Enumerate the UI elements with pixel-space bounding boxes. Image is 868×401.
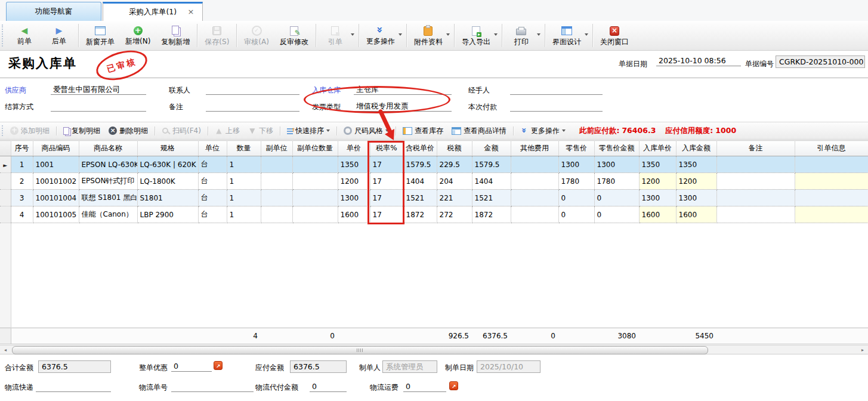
grid-cell[interactable]: S1801 bbox=[137, 190, 198, 206]
grid-cell[interactable]: 1 bbox=[11, 156, 33, 173]
order-discount-field[interactable]: 0 bbox=[171, 360, 212, 372]
row-selector[interactable] bbox=[0, 206, 11, 223]
copy-new-button[interactable]: 复制新增 bbox=[156, 21, 195, 50]
grid-cell[interactable] bbox=[795, 173, 868, 190]
grid-cell[interactable]: 1 bbox=[227, 173, 261, 190]
dropdown-caret-icon[interactable] bbox=[446, 33, 450, 36]
view-product-button[interactable]: 查看商品详情 bbox=[447, 124, 511, 138]
grid-cell[interactable]: 1521 bbox=[472, 190, 511, 206]
row-selector[interactable] bbox=[0, 156, 11, 173]
logistics-freight-field[interactable]: 0 bbox=[403, 381, 446, 392]
table-row[interactable]: 2100101002EPSON针式打印LQ-1800K台112001714042… bbox=[0, 173, 868, 190]
grid-cell[interactable]: 1350 bbox=[338, 156, 370, 173]
dropdown-caret-icon[interactable] bbox=[494, 33, 498, 36]
column-header[interactable]: 引单信息 bbox=[795, 141, 868, 156]
grid-cell[interactable]: LBP 2900 bbox=[137, 206, 198, 223]
freight-calc-icon[interactable] bbox=[449, 381, 458, 390]
grid-cell[interactable]: 1780 bbox=[558, 173, 594, 190]
ui-design-button[interactable]: 界面设计 bbox=[547, 21, 591, 50]
grid-cell[interactable] bbox=[511, 190, 558, 206]
remark-field[interactable] bbox=[206, 100, 299, 112]
grid-cell[interactable]: 1780 bbox=[594, 173, 639, 190]
table-row[interactable]: 11001EPSON LQ-630KLQ-630K | 620K台1135017… bbox=[0, 156, 868, 173]
logistics-no-field[interactable] bbox=[171, 381, 254, 392]
grid-cell[interactable] bbox=[292, 190, 338, 206]
scroll-right-icon[interactable] bbox=[858, 347, 867, 353]
column-header[interactable]: 单位 bbox=[198, 141, 227, 156]
scroll-left-icon[interactable] bbox=[1, 347, 10, 353]
grid-cell[interactable]: 0 bbox=[558, 206, 594, 223]
grid-cell[interactable]: 100101004 bbox=[33, 190, 79, 206]
settlement-field[interactable] bbox=[51, 100, 146, 112]
import-export-button[interactable]: 导入导出 bbox=[456, 21, 500, 50]
dropdown-caret-icon[interactable] bbox=[537, 33, 540, 36]
dropdown-caret-icon[interactable] bbox=[399, 33, 402, 36]
grid-cell[interactable] bbox=[511, 156, 558, 173]
dropdown-caret-icon[interactable] bbox=[385, 129, 389, 132]
size-style-button[interactable]: 尺码风格 bbox=[339, 124, 393, 138]
grid-cell[interactable]: 1200 bbox=[676, 173, 716, 190]
dropdown-caret-icon[interactable] bbox=[562, 129, 566, 132]
grid-cell[interactable]: 台 bbox=[198, 156, 227, 173]
grid-cell[interactable]: 1 bbox=[227, 206, 261, 223]
grid-cell[interactable]: 17 bbox=[370, 190, 403, 206]
grid-cell[interactable]: 1300 bbox=[676, 190, 716, 206]
invoice-type-field[interactable]: 增值税专用发票 bbox=[354, 100, 452, 112]
row-selector[interactable] bbox=[0, 173, 11, 190]
copy-detail-button[interactable]: 复制明细 bbox=[59, 124, 104, 138]
prev-doc-button[interactable]: 前单 bbox=[7, 21, 42, 50]
grid-cell[interactable] bbox=[795, 206, 868, 223]
grid-cell[interactable]: 联想 S1801 黑白 bbox=[79, 190, 137, 206]
grid-cell[interactable]: 1300 bbox=[639, 190, 676, 206]
grid-cell[interactable]: 台 bbox=[198, 190, 227, 206]
grid-cell[interactable]: 1200 bbox=[639, 173, 676, 190]
delete-detail-button[interactable]: 删除明细 bbox=[104, 124, 152, 138]
scrollbar-thumb[interactable] bbox=[12, 346, 708, 354]
grid-cell[interactable]: 0 bbox=[558, 190, 594, 206]
grid-cell[interactable]: 100101005 bbox=[33, 206, 79, 223]
column-header[interactable]: 入库金额 bbox=[676, 141, 716, 156]
table-row[interactable]: 4100101005佳能（Canon）LBP 2900台116001718722… bbox=[0, 206, 868, 223]
grid-cell[interactable]: 1350 bbox=[676, 156, 716, 173]
column-header[interactable]: 规格 bbox=[137, 141, 198, 156]
discount-calc-icon[interactable] bbox=[214, 361, 223, 370]
column-header[interactable]: 税率% bbox=[370, 141, 403, 156]
grid-cell[interactable] bbox=[292, 173, 338, 190]
close-tab-icon[interactable] bbox=[187, 8, 195, 16]
column-header[interactable]: 序号 bbox=[11, 141, 33, 156]
unaudit-button[interactable]: 反审修改 bbox=[274, 21, 314, 50]
grid-cell[interactable]: 1300 bbox=[594, 156, 639, 173]
next-doc-button[interactable]: 后单 bbox=[42, 21, 76, 50]
grid-cell[interactable]: 1521 bbox=[403, 190, 437, 206]
grid-cell[interactable] bbox=[261, 190, 292, 206]
grid-cell[interactable] bbox=[511, 206, 558, 223]
column-header[interactable]: 商品编码 bbox=[33, 141, 79, 156]
grid-cell[interactable]: 1872 bbox=[403, 206, 437, 223]
more-actions2-button[interactable]: 更多操作 bbox=[516, 124, 570, 138]
warehouse-field[interactable]: 主仓库 bbox=[354, 84, 452, 95]
grid-cell[interactable]: 1350 bbox=[639, 156, 676, 173]
grid-cell[interactable]: 0 bbox=[594, 190, 639, 206]
grid-cell[interactable]: 佳能（Canon） bbox=[79, 206, 137, 223]
grid-cell[interactable]: 204 bbox=[437, 173, 472, 190]
column-header[interactable]: 商品名称 bbox=[79, 141, 137, 156]
column-header[interactable]: 金额 bbox=[472, 141, 511, 156]
grid-cell[interactable]: 1404 bbox=[403, 173, 437, 190]
grid-cell[interactable] bbox=[795, 156, 868, 173]
column-header[interactable]: 税额 bbox=[437, 141, 472, 156]
new-window-button[interactable]: 新窗开单 bbox=[81, 21, 120, 50]
logistics-cod-field[interactable]: 0 bbox=[310, 381, 347, 392]
grid-cell[interactable]: 1200 bbox=[338, 173, 370, 190]
dropdown-caret-icon[interactable] bbox=[585, 33, 588, 36]
grid-cell[interactable]: 台 bbox=[198, 173, 227, 190]
contact-field[interactable] bbox=[206, 84, 299, 95]
column-header[interactable]: 零售价金额 bbox=[594, 141, 639, 156]
grid-cell[interactable]: 17 bbox=[370, 173, 403, 190]
dropdown-caret-icon[interactable] bbox=[326, 129, 330, 132]
handler-field[interactable] bbox=[510, 84, 603, 95]
grid-cell[interactable]: EPSON针式打印 bbox=[79, 173, 137, 190]
column-header[interactable]: 含税单价 bbox=[403, 141, 437, 156]
grid-cell[interactable]: 2 bbox=[11, 173, 33, 190]
grid-cell[interactable] bbox=[261, 156, 292, 173]
column-header[interactable]: 数量 bbox=[227, 141, 261, 156]
